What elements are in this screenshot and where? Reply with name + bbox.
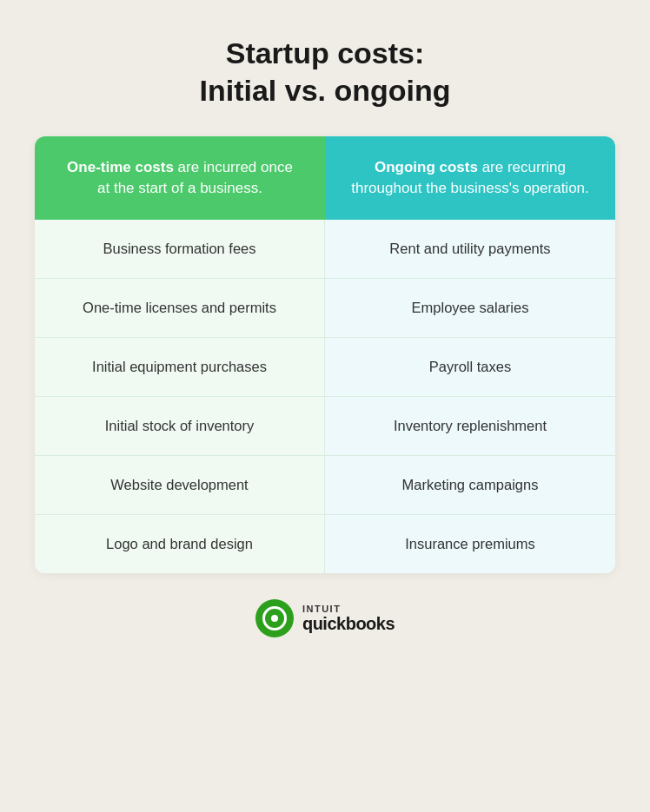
- table-cell-left-3: Initial stock of inventory: [35, 397, 325, 456]
- page-title: Startup costs: Initial vs. ongoing: [200, 35, 451, 109]
- qb-logo-inner: [262, 606, 287, 630]
- table-cell-right-2: Payroll taxes: [325, 338, 615, 397]
- header-ongoing: Ongoing costs are recurring throughout t…: [325, 136, 615, 220]
- table-cell-right-3: Inventory replenishment: [325, 397, 615, 456]
- footer: INTUIT quickbooks: [255, 599, 395, 637]
- quickbooks-label: quickbooks: [302, 614, 395, 633]
- table-cell-left-1: One-time licenses and permits: [35, 279, 325, 338]
- table-cell-right-5: Insurance premiums: [325, 515, 615, 573]
- table-cell-right-4: Marketing campaigns: [325, 456, 615, 515]
- comparison-table: One-time costs are incurred once at the …: [35, 136, 615, 573]
- table-cell-left-0: Business formation fees: [35, 220, 325, 279]
- table-cell-left-2: Initial equipment purchases: [35, 338, 325, 397]
- table-body: Business formation feesRent and utility …: [35, 220, 615, 574]
- quickbooks-text: INTUIT quickbooks: [302, 604, 395, 633]
- header-ongoing-bold: Ongoing costs: [375, 159, 478, 175]
- table-cell-right-1: Employee salaries: [325, 279, 615, 338]
- quickbooks-logo: [255, 599, 294, 637]
- intuit-label: INTUIT: [302, 604, 395, 614]
- header-one-time-bold: One-time costs: [67, 159, 174, 175]
- table-header: One-time costs are incurred once at the …: [35, 136, 615, 220]
- header-one-time: One-time costs are incurred once at the …: [35, 136, 325, 220]
- table-cell-left-5: Logo and brand design: [35, 515, 325, 573]
- table-cell-left-4: Website development: [35, 456, 325, 515]
- table-cell-right-0: Rent and utility payments: [325, 220, 615, 279]
